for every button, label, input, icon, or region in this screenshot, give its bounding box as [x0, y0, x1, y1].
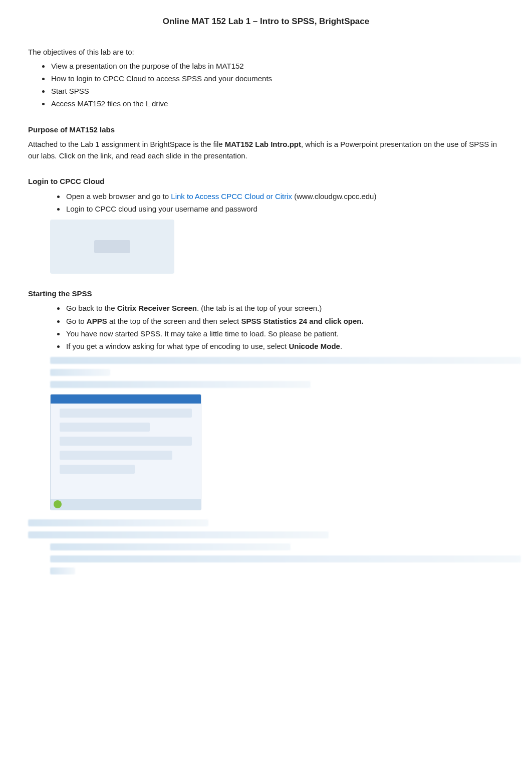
- starting-item1-post: . (the tab is at the top of your screen.…: [197, 304, 322, 312]
- obscured-text-line: [50, 369, 110, 376]
- login-screenshot-placeholder: [50, 220, 174, 274]
- obscured-text-line: [28, 531, 329, 538]
- placeholder-taskbar: [51, 499, 201, 510]
- login-item-open-browser: Open a web browser and go to Link to Acc…: [65, 190, 504, 202]
- objectives-list: View a presentation on the purpose of th…: [28, 60, 504, 110]
- placeholder-row: [60, 409, 192, 418]
- login-button-placeholder: [94, 240, 130, 253]
- placeholder-row: [60, 465, 135, 474]
- login-item1-post: (www.cloudgw.cpcc.edu): [292, 192, 376, 201]
- starting-item4-pre: If you get a window asking for what type…: [66, 342, 289, 350]
- obscured-text-line: [50, 381, 311, 388]
- section-heading-starting: Starting the SPSS: [28, 288, 504, 299]
- obscured-text-line: [28, 519, 208, 526]
- page-title: Online MAT 152 Lab 1 – Intro to SPSS, Br…: [28, 15, 504, 28]
- starting-item2-bold1: APPS: [87, 317, 107, 325]
- obscured-bottom-block: [50, 519, 504, 574]
- obscured-text-line: [50, 543, 291, 550]
- purpose-paragraph: Attached to the Lab 1 assignment in Brig…: [28, 138, 504, 162]
- starting-item2-mid: at the top of the screen and then select: [107, 317, 241, 325]
- starting-item-apps: Go to APPS at the top of the screen and …: [65, 315, 504, 327]
- objectives-item: Access MAT152 files on the L drive: [50, 98, 504, 109]
- obscured-text-line: [50, 555, 521, 562]
- objectives-item: View a presentation on the purpose of th…: [50, 60, 504, 72]
- starting-item2-pre: Go to: [66, 317, 87, 325]
- purpose-filename: MAT152 Lab Intro.ppt: [225, 140, 301, 148]
- placeholder-titlebar: [51, 395, 201, 404]
- section-heading-login: Login to CPCC Cloud: [28, 175, 504, 187]
- cpcc-cloud-link[interactable]: Link to Access CPCC Cloud or Citrix: [171, 192, 292, 201]
- starting-item4-post: .: [340, 342, 342, 350]
- obscured-content-region: [50, 357, 504, 574]
- starting-item-citrix-screen: Go back to the Citrix Receiver Screen. (…: [65, 302, 504, 314]
- placeholder-row: [60, 423, 150, 432]
- starting-item1-bold: Citrix Receiver Screen: [117, 304, 197, 312]
- starting-list: Go back to the Citrix Receiver Screen. (…: [28, 302, 504, 352]
- document-page: Online MAT 152 Lab 1 – Intro to SPSS, Br…: [0, 0, 532, 780]
- login-item-credentials: Login to CPCC cloud using your username …: [65, 203, 504, 215]
- starting-item1-pre: Go back to the: [66, 304, 117, 312]
- obscured-text-line: [50, 567, 75, 574]
- starting-item-patience: You have now started SPSS. It may take a…: [65, 328, 504, 339]
- placeholder-row: [60, 451, 172, 460]
- placeholder-row: [60, 437, 192, 446]
- starting-item2-bold2: SPSS Statistics 24 and click open.: [241, 317, 363, 325]
- objectives-item: How to login to CPCC Cloud to access SPS…: [50, 73, 504, 84]
- objectives-intro: The objectives of this lab are to:: [28, 46, 504, 58]
- starting-item4-bold: Unicode Mode: [289, 342, 340, 350]
- login-item1-pre: Open a web browser and go to: [66, 192, 171, 201]
- objectives-item: Start SPSS: [50, 85, 504, 97]
- obscured-text-line: [50, 357, 521, 364]
- starting-item-encoding: If you get a window asking for what type…: [65, 340, 504, 352]
- spss-window-screenshot-placeholder: [50, 394, 201, 510]
- section-heading-purpose: Purpose of MAT152 labs: [28, 124, 504, 135]
- purpose-text-pre: Attached to the Lab 1 assignment in Brig…: [28, 140, 225, 148]
- login-list: Open a web browser and go to Link to Acc…: [28, 190, 504, 215]
